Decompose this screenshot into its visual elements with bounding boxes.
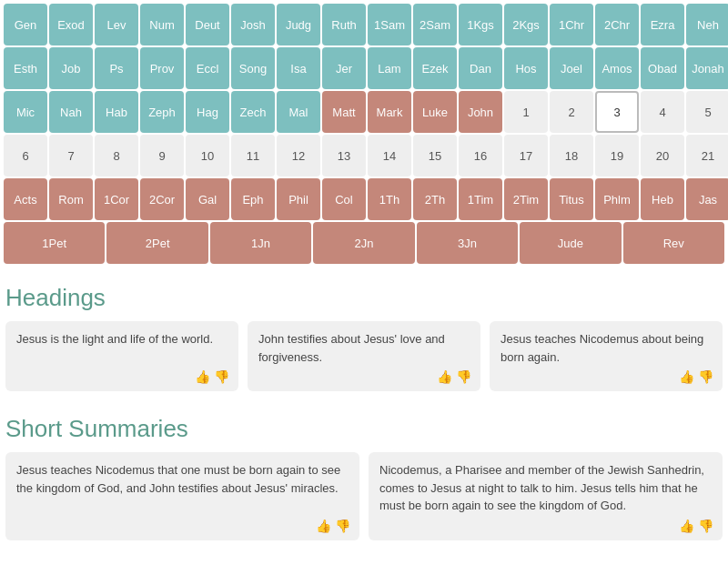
bible-cell-Phlm[interactable]: Phlm bbox=[595, 178, 639, 220]
thumbdown-icon[interactable]: 👎 bbox=[698, 519, 713, 533]
bible-cell-Rom[interactable]: Rom bbox=[49, 178, 93, 220]
bible-cell-Exod[interactable]: Exod bbox=[49, 4, 93, 45]
bible-cell-Jonah[interactable]: Jonah bbox=[686, 47, 728, 89]
bible-cell-Deut[interactable]: Deut bbox=[186, 4, 229, 45]
bible-cell-Titus[interactable]: Titus bbox=[550, 178, 593, 220]
thumbup-icon[interactable]: 👍 bbox=[316, 519, 331, 533]
headings-title: Headings bbox=[5, 284, 723, 312]
bible-cell-2Th[interactable]: 2Th bbox=[413, 178, 457, 220]
thumbup-icon[interactable]: 👍 bbox=[195, 369, 210, 384]
bible-cell-6[interactable]: 6 bbox=[4, 135, 47, 177]
bible-cell-17[interactable]: 17 bbox=[504, 135, 548, 177]
bible-cell-10[interactable]: 10 bbox=[186, 135, 229, 177]
bible-cell-Num[interactable]: Num bbox=[140, 4, 184, 45]
bible-cell-8[interactable]: 8 bbox=[95, 135, 138, 177]
bible-cell-Song[interactable]: Song bbox=[231, 47, 275, 89]
bible-cell-Dan[interactable]: Dan bbox=[459, 47, 502, 89]
thumbup-icon[interactable]: 👍 bbox=[679, 519, 694, 533]
bible-cell-1Kgs[interactable]: 1Kgs bbox=[459, 4, 502, 45]
bible-cell-Judg[interactable]: Judg bbox=[277, 4, 320, 45]
bible-cell-5[interactable]: 5 bbox=[686, 91, 728, 133]
bible-cell-Hos[interactable]: Hos bbox=[504, 47, 548, 89]
bible-cell-12[interactable]: 12 bbox=[277, 135, 320, 177]
bible-cell-1Tim[interactable]: 1Tim bbox=[459, 178, 502, 220]
bible-cell-1Chr[interactable]: 1Chr bbox=[550, 4, 593, 45]
bible-cell-14[interactable]: 14 bbox=[368, 135, 411, 177]
bible-cell-Hab[interactable]: Hab bbox=[95, 91, 138, 133]
bible-cell-Isa[interactable]: Isa bbox=[277, 47, 320, 89]
bible-cell-1Jn[interactable]: 1Jn bbox=[210, 222, 311, 264]
bible-cell-11[interactable]: 11 bbox=[231, 135, 275, 177]
bible-cell-Gal[interactable]: Gal bbox=[186, 178, 229, 220]
bible-cell-Neh[interactable]: Neh bbox=[686, 4, 728, 45]
bible-cell-Mic[interactable]: Mic bbox=[4, 91, 47, 133]
bible-cell-Ps[interactable]: Ps bbox=[95, 47, 138, 89]
thumbdown-icon[interactable]: 👎 bbox=[335, 519, 350, 533]
bible-cell-Ezra[interactable]: Ezra bbox=[641, 4, 684, 45]
bible-cell-Phil[interactable]: Phil bbox=[277, 178, 320, 220]
bible-cell-Zech[interactable]: Zech bbox=[231, 91, 275, 133]
bible-cell-2[interactable]: 2 bbox=[550, 91, 593, 133]
bible-cell-20[interactable]: 20 bbox=[641, 135, 684, 177]
bible-cell-Luke[interactable]: Luke bbox=[413, 91, 457, 133]
bible-cell-Joel[interactable]: Joel bbox=[550, 47, 593, 89]
bible-cell-Matt[interactable]: Matt bbox=[322, 91, 366, 133]
bible-cell-Jas[interactable]: Jas bbox=[686, 178, 728, 220]
bible-cell-Zeph[interactable]: Zeph bbox=[140, 91, 184, 133]
bible-cell-Eph[interactable]: Eph bbox=[231, 178, 275, 220]
thumbdown-icon[interactable]: 👎 bbox=[698, 369, 713, 384]
bible-cell-Col[interactable]: Col bbox=[322, 178, 366, 220]
bible-cell-16[interactable]: 16 bbox=[459, 135, 502, 177]
bible-cell-4[interactable]: 4 bbox=[641, 91, 684, 133]
bible-cell-Jer[interactable]: Jer bbox=[322, 47, 366, 89]
bible-cell-1[interactable]: 1 bbox=[504, 91, 548, 133]
bible-cell-18[interactable]: 18 bbox=[550, 135, 593, 177]
bible-cell-3[interactable]: 3 bbox=[595, 91, 639, 133]
bible-cell-2Chr[interactable]: 2Chr bbox=[595, 4, 639, 45]
bible-cell-9[interactable]: 9 bbox=[140, 135, 184, 177]
thumbup-icon[interactable]: 👍 bbox=[679, 369, 694, 384]
bible-cell-1Pet[interactable]: 1Pet bbox=[4, 222, 105, 264]
bible-cell-Prov[interactable]: Prov bbox=[140, 47, 184, 89]
bible-cell-Heb[interactable]: Heb bbox=[641, 178, 684, 220]
bible-cell-2Tim[interactable]: 2Tim bbox=[504, 178, 548, 220]
thumbdown-icon[interactable]: 👎 bbox=[456, 369, 471, 384]
bible-cell-19[interactable]: 19 bbox=[595, 135, 639, 177]
bible-cell-Ruth[interactable]: Ruth bbox=[322, 4, 366, 45]
bible-cell-Amos[interactable]: Amos bbox=[595, 47, 639, 89]
bible-cell-2Jn[interactable]: 2Jn bbox=[313, 222, 414, 264]
bible-cell-3Jn[interactable]: 3Jn bbox=[417, 222, 518, 264]
bible-cell-Acts[interactable]: Acts bbox=[4, 178, 47, 220]
bible-cell-Job[interactable]: Job bbox=[49, 47, 93, 89]
bible-cell-15[interactable]: 15 bbox=[413, 135, 457, 177]
bible-cell-Ezek[interactable]: Ezek bbox=[413, 47, 457, 89]
bible-cell-Obad[interactable]: Obad bbox=[641, 47, 684, 89]
summaries-title: Short Summaries bbox=[5, 415, 723, 443]
bible-cell-2Cor[interactable]: 2Cor bbox=[140, 178, 184, 220]
bible-cell-Nah[interactable]: Nah bbox=[49, 91, 93, 133]
bible-cell-Mark[interactable]: Mark bbox=[368, 91, 411, 133]
bible-cell-21[interactable]: 21 bbox=[686, 135, 728, 177]
bible-cell-Gen[interactable]: Gen bbox=[4, 4, 47, 45]
heading-card-text-0: Jesus is the light and life of the world… bbox=[16, 330, 228, 348]
bible-cell-7[interactable]: 7 bbox=[49, 135, 93, 177]
bible-cell-Josh[interactable]: Josh bbox=[231, 4, 275, 45]
bible-cell-1Cor[interactable]: 1Cor bbox=[95, 178, 138, 220]
bible-cell-Rev[interactable]: Rev bbox=[623, 222, 724, 264]
bible-cell-2Kgs[interactable]: 2Kgs bbox=[504, 4, 548, 45]
bible-cell-Hag[interactable]: Hag bbox=[186, 91, 229, 133]
bible-cell-2Sam[interactable]: 2Sam bbox=[413, 4, 457, 45]
bible-cell-Lam[interactable]: Lam bbox=[368, 47, 411, 89]
bible-cell-Esth[interactable]: Esth bbox=[4, 47, 47, 89]
thumbup-icon[interactable]: 👍 bbox=[437, 369, 452, 384]
bible-cell-Eccl[interactable]: Eccl bbox=[186, 47, 229, 89]
bible-cell-13[interactable]: 13 bbox=[322, 135, 366, 177]
bible-cell-2Pet[interactable]: 2Pet bbox=[106, 222, 207, 264]
bible-cell-Jude[interactable]: Jude bbox=[520, 222, 621, 264]
bible-cell-Mal[interactable]: Mal bbox=[277, 91, 320, 133]
bible-cell-John[interactable]: John bbox=[459, 91, 502, 133]
bible-cell-Lev[interactable]: Lev bbox=[95, 4, 138, 45]
thumbdown-icon[interactable]: 👎 bbox=[214, 369, 229, 384]
bible-cell-1Sam[interactable]: 1Sam bbox=[368, 4, 411, 45]
bible-cell-1Th[interactable]: 1Th bbox=[368, 178, 411, 220]
